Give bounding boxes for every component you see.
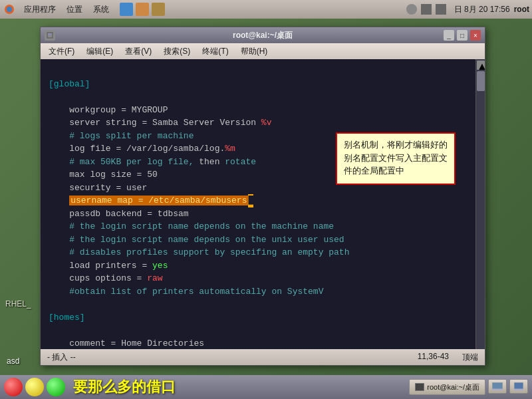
code-line-21 (49, 324, 467, 337)
code-line-12: passdb backend = tdbsam (49, 207, 467, 221)
code-line-20: [homes] (49, 311, 467, 325)
quicklaunch-icon1[interactable] (120, 3, 133, 16)
code-line-3 (49, 90, 467, 104)
minimize-button[interactable]: _ (444, 30, 454, 41)
svg-rect-6 (514, 382, 523, 389)
menu-item-4[interactable]: 终端(T) (197, 45, 233, 59)
svg-rect-3 (48, 33, 52, 35)
desktop-icon-rhel: RHEL_ (5, 299, 31, 309)
terminal-text: [global] workgroup = MYGROUP server stri… (41, 59, 475, 349)
insert-mode: - 插入 -- (47, 352, 76, 362)
taskbar-bottom-right: root@kai:~/桌面 (409, 379, 528, 395)
terminal-window: root@kai:~/桌面 _ □ × 文件(F)编辑(E)查看(V)搜索(S)… (40, 27, 485, 366)
scroll-position: 顶端 (462, 352, 478, 363)
code-line-4: workgroup = MYGROUP (49, 104, 467, 117)
systray-icon2 (421, 4, 432, 15)
applications-menu[interactable]: 应用程序 (20, 3, 60, 17)
scrollbar[interactable]: ▲ (475, 59, 485, 349)
terminal-statusbar: - 插入 -- 11,36-43 顶端 (41, 349, 485, 365)
rhel-label: RHEL_ (5, 299, 31, 309)
menu-item-3[interactable]: 搜索(S) (158, 45, 196, 59)
code-line-13: # the login script name depends on the m… (49, 220, 467, 233)
desktop-icon-asd: asd (7, 356, 19, 366)
asd-label: asd (7, 356, 19, 366)
code-line-15: # disables profiles support by specifing… (49, 246, 467, 259)
terminal-close-small (45, 30, 55, 41)
close-button[interactable]: × (470, 30, 481, 41)
menu-item-1[interactable]: 编辑(E) (81, 45, 118, 59)
code-line-14: # the login script name depends on the u… (49, 233, 467, 247)
menu-item-2[interactable]: 查看(V) (120, 45, 157, 59)
taskbar-top: 应用程序 位置 系统 日 8月 20 17:56 root (0, 0, 532, 19)
places-menu[interactable]: 位置 (63, 3, 86, 17)
svg-rect-7 (514, 389, 523, 390)
places-label: 位置 (66, 4, 82, 15)
status-right: 11,36-43 顶端 (418, 352, 478, 363)
taskbar-show-desktop[interactable] (488, 379, 507, 394)
desktop: 应用程序 位置 系统 日 8月 20 17:56 root (0, 0, 532, 399)
desktop-icon (492, 382, 503, 390)
tooltip-box: 别名机制，将刚才编辑好的别名配置文件写入主配置文件的全局配置中 (336, 132, 456, 185)
tooltip-text: 别名机制，将刚才编辑好的别名配置文件写入主配置文件的全局配置中 (344, 140, 448, 176)
terminal-menubar: 文件(F)编辑(E)查看(V)搜索(S)终端(T)帮助(H) (41, 43, 485, 59)
applications-label: 应用程序 (24, 4, 56, 15)
orb-green (47, 378, 65, 396)
username: root (514, 5, 529, 14)
terminal-titlebar: root@kai:~/桌面 _ □ × (41, 27, 485, 43)
system-menu[interactable]: 系统 (89, 3, 113, 17)
code-line-11: username map = /etc/samba/smbusers█ (49, 194, 467, 207)
scrollbar-thumb[interactable] (477, 71, 485, 91)
terminal-controls: _ □ × (444, 30, 481, 41)
code-line-2: [global] (49, 78, 467, 91)
window-btn-label: root@kai:~/桌面 (427, 382, 479, 392)
code-line-18: #obtain list of printers automatically o… (49, 285, 467, 299)
code-line-22: comment = Home Directories (49, 337, 467, 350)
extra-icon (514, 382, 523, 390)
terminal-content: [global] workgroup = MYGROUP server stri… (41, 59, 485, 349)
window-icon (415, 383, 424, 391)
apps-menu-icon (4, 4, 15, 15)
code-line-16: load printers = yes (49, 259, 467, 273)
code-line-5: server string = Samba Server Version %v (49, 116, 467, 130)
taskbar-top-left: 应用程序 位置 系统 (3, 3, 406, 17)
svg-point-1 (7, 7, 12, 12)
orb-red (4, 378, 23, 396)
taskbar-extra-btn[interactable] (509, 379, 528, 394)
code-line-19 (49, 298, 467, 311)
taskbar-bottom: 要那么多的借口 root@kai:~/桌面 (0, 375, 532, 399)
window-taskbar-btn[interactable]: root@kai:~/桌面 (409, 379, 485, 395)
svg-rect-5 (492, 389, 503, 390)
taskbar-top-right: 日 8月 20 17:56 root (406, 4, 529, 15)
code-line-1 (49, 65, 467, 78)
systray-icon1 (406, 4, 417, 15)
code-line-17: cups options = raw (49, 272, 467, 285)
terminal-icon (47, 32, 53, 39)
quicklaunch-icon3[interactable] (152, 3, 165, 16)
cursor-position: 11,36-43 (418, 352, 449, 363)
svg-rect-4 (492, 382, 503, 389)
status-mode: - 插入 -- (47, 352, 411, 363)
clock: 日 8月 20 17:56 (454, 4, 510, 15)
menu-item-0[interactable]: 文件(F) (43, 45, 80, 59)
scrollbar-up-arrow[interactable]: ▲ (477, 61, 485, 70)
terminal-title: root@kai:~/桌面 (45, 30, 481, 41)
maximize-button[interactable]: □ (457, 30, 467, 41)
system-label: 系统 (93, 4, 109, 15)
taskbar-orbs (4, 378, 65, 396)
orb-yellow (25, 378, 44, 396)
systray-icon3 (436, 4, 446, 15)
quicklaunch-icon2[interactable] (136, 3, 149, 16)
menu-item-5[interactable]: 帮助(H) (235, 45, 273, 59)
bottom-text: 要那么多的借口 (73, 377, 406, 397)
